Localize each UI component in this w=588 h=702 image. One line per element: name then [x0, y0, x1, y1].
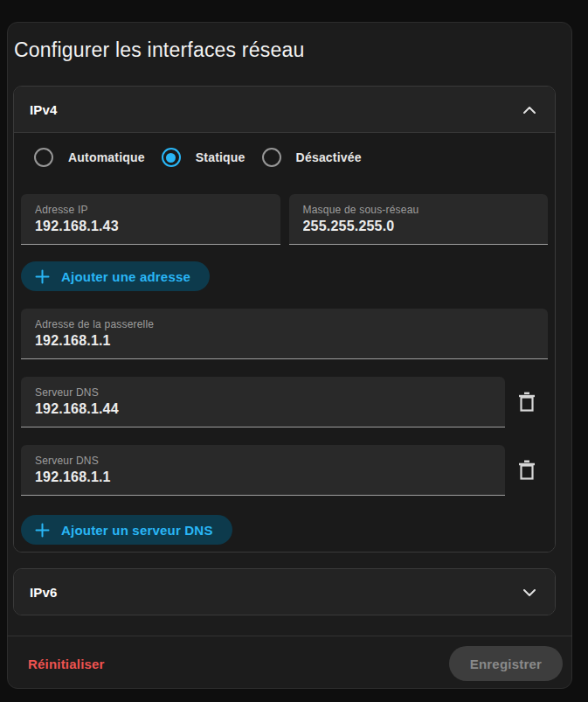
radio-desactivee[interactable]: Désactivée — [262, 148, 362, 167]
dns-server-input-1[interactable] — [35, 401, 491, 417]
ipv4-panel-title: IPv4 — [30, 102, 58, 117]
dns-row-2: Serveur DNS — [21, 445, 548, 496]
plus-icon — [35, 523, 50, 538]
trash-icon — [518, 460, 536, 481]
save-button[interactable]: Enregistrer — [449, 646, 563, 681]
add-address-label: Ajouter une adresse — [61, 269, 190, 284]
gateway-field[interactable]: Adresse de la passerelle — [21, 309, 548, 359]
plus-icon — [35, 269, 50, 284]
network-config-dialog: Configurer les interfaces réseau IPv4 Au… — [7, 22, 572, 689]
gateway-input[interactable] — [35, 333, 534, 349]
chevron-down-icon — [523, 584, 536, 600]
subnet-mask-input[interactable] — [303, 219, 535, 234]
radio-icon — [34, 148, 53, 167]
radio-automatique-label: Automatique — [68, 150, 145, 164]
ipv4-panel-header[interactable]: IPv4 — [14, 87, 555, 133]
radio-statique[interactable]: Statique — [162, 148, 246, 167]
subnet-mask-label: Masque de sous-réseau — [303, 204, 535, 216]
dialog-footer: Réinitialiser Enregistrer — [13, 636, 566, 691]
radio-desactivee-label: Désactivée — [296, 150, 362, 164]
ipv4-panel: IPv4 Automatique Statique Désactivée — [13, 86, 556, 553]
subnet-mask-field[interactable]: Masque de sous-réseau — [289, 194, 549, 245]
ip-address-label: Adresse IP — [35, 204, 266, 216]
dialog-title: Configurer les interfaces réseau — [14, 38, 566, 86]
add-address-button[interactable]: Ajouter une adresse — [21, 261, 210, 291]
trash-icon — [518, 392, 536, 413]
dns-server-field-2[interactable]: Serveur DNS — [21, 445, 505, 496]
ip-address-field[interactable]: Adresse IP — [21, 194, 280, 245]
radio-automatique[interactable]: Automatique — [34, 148, 145, 167]
ip-address-input[interactable] — [35, 219, 266, 234]
add-dns-label: Ajouter un serveur DNS — [61, 523, 213, 538]
chevron-up-icon — [523, 101, 536, 117]
ipv6-panel-header[interactable]: IPv6 — [14, 569, 555, 615]
delete-dns-button-1[interactable] — [505, 377, 548, 427]
radio-selected-icon — [162, 148, 181, 167]
ipv4-mode-radio-group: Automatique Statique Désactivée — [21, 133, 548, 177]
radio-statique-label: Statique — [196, 150, 246, 164]
ipv6-panel: IPv6 — [13, 568, 556, 615]
reset-button[interactable]: Réinitialiser — [28, 657, 105, 671]
ip-mask-row: Adresse IP Masque de sous-réseau — [21, 194, 548, 245]
delete-dns-button-2[interactable] — [505, 445, 548, 496]
ipv4-panel-body: Automatique Statique Désactivée Adresse … — [14, 133, 555, 552]
dns-server-field-1[interactable]: Serveur DNS — [21, 377, 505, 427]
add-dns-button[interactable]: Ajouter un serveur DNS — [21, 515, 232, 545]
dns-server-label: Serveur DNS — [35, 455, 491, 467]
dns-server-input-2[interactable] — [35, 469, 491, 485]
dns-server-label: Serveur DNS — [35, 386, 491, 399]
ipv6-panel-title: IPv6 — [30, 585, 58, 600]
gateway-label: Adresse de la passerelle — [35, 318, 534, 330]
dns-row-1: Serveur DNS — [21, 377, 548, 427]
radio-icon — [262, 148, 281, 167]
